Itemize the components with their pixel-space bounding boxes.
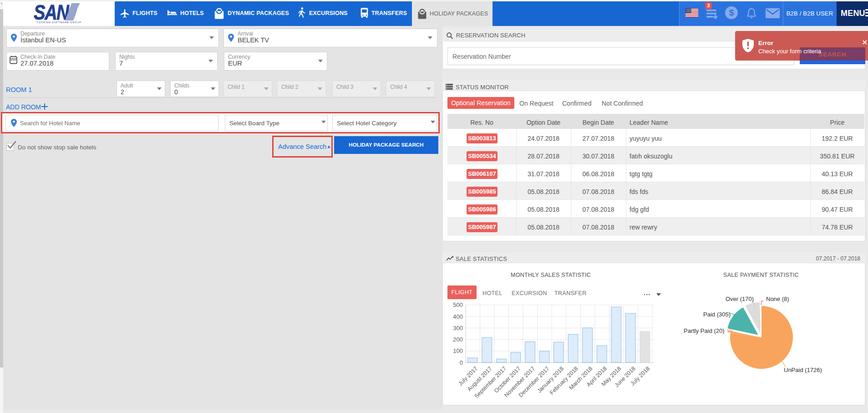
svg-text:500: 500 xyxy=(453,301,463,308)
svg-text:400: 400 xyxy=(453,313,463,320)
svg-text:200: 200 xyxy=(453,336,463,343)
svg-text:None (8): None (8) xyxy=(766,296,789,302)
svg-text:Over (170): Over (170) xyxy=(726,296,754,302)
svg-text:TOURISM SOFTWARE GROUP: TOURISM SOFTWARE GROUP xyxy=(36,21,81,24)
svg-text:Paid (305): Paid (305) xyxy=(703,311,731,318)
svg-text:UnPaid (1726): UnPaid (1726) xyxy=(784,367,822,373)
svg-text:300: 300 xyxy=(453,325,463,331)
svg-text:0: 0 xyxy=(460,359,463,366)
svg-text:100: 100 xyxy=(453,347,463,354)
svg-text:Partly Paid (20): Partly Paid (20) xyxy=(684,327,725,334)
